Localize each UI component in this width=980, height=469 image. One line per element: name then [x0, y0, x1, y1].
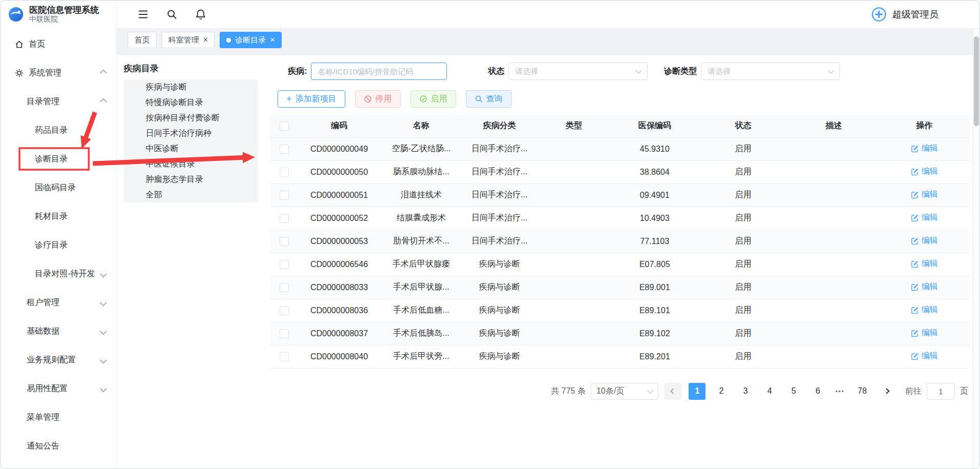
sidebar-item-label: 诊断目录 — [35, 154, 68, 165]
catalog-item-payment-by-disease[interactable]: 按病种目录付费诊断 — [124, 110, 258, 126]
cell-description — [788, 160, 879, 183]
disable-button[interactable]: 停用 — [355, 90, 401, 108]
page-button-2[interactable]: 2 — [713, 383, 730, 400]
prev-page-button[interactable] — [664, 383, 681, 400]
catalog-item-tumor-morphology[interactable]: 肿瘤形态学目录 — [124, 172, 258, 187]
user-menu[interactable]: 超级管理员 — [871, 6, 938, 23]
sidebar-item-basic-data[interactable]: 基础数据 — [1, 317, 116, 345]
page-button-6[interactable]: 6 — [809, 383, 826, 400]
tab-department-management[interactable]: 科室管理 × — [162, 32, 214, 48]
pagination-ellipsis[interactable]: ••• — [835, 388, 845, 394]
goto-page-input[interactable] — [927, 383, 955, 400]
edit-button[interactable]: 编辑 — [911, 281, 938, 292]
cell-code: CD0000008040 — [298, 345, 380, 368]
notification-bell-icon[interactable] — [194, 8, 207, 21]
edit-button[interactable]: 编辑 — [911, 235, 938, 246]
sidebar-item-label: 诊疗目录 — [35, 240, 68, 251]
chevron-right-icon — [884, 388, 889, 394]
row-checkbox[interactable] — [280, 237, 289, 246]
chevron-down-icon — [100, 271, 107, 277]
cell-status: 启用 — [698, 322, 788, 345]
row-checkbox[interactable] — [280, 283, 289, 292]
add-item-button[interactable]: + 添加新项目 — [278, 90, 345, 108]
sidebar-item-business-rules[interactable]: 业务规则配置 — [1, 345, 116, 374]
sidebar-item-tenant-management[interactable]: 租户管理 — [1, 288, 116, 317]
page-button-3[interactable]: 3 — [737, 383, 754, 400]
edit-icon — [911, 283, 919, 291]
close-icon[interactable]: × — [270, 36, 275, 44]
catalog-item-tcm-diagnosis[interactable]: 中医诊断 — [124, 141, 258, 156]
page-size-select[interactable]: 10条/页 — [591, 383, 658, 400]
cell-category: 疾病与诊断 — [462, 345, 537, 368]
chevron-down-icon — [635, 67, 642, 74]
cell-name: 空肠-乙状结肠... — [380, 137, 462, 160]
sidebar-item-treatment-catalog[interactable]: 诊疗目录 — [1, 231, 116, 259]
row-checkbox[interactable] — [280, 145, 289, 154]
sidebar-item-catalog-mapping[interactable]: 目录对照-待开发 — [1, 259, 116, 288]
edit-button[interactable]: 编辑 — [911, 166, 938, 177]
catalog-item-day-surgery[interactable]: 日间手术治疗病种 — [124, 126, 258, 141]
select-all-checkbox[interactable] — [280, 121, 289, 131]
chevron-left-icon — [670, 388, 676, 394]
scrollbar-thumb[interactable] — [974, 36, 979, 126]
row-checkbox[interactable] — [280, 168, 289, 177]
sidebar-item-drug-catalog[interactable]: 药品目录 — [1, 116, 116, 145]
cell-insurance-code: 09.4901 — [611, 183, 698, 207]
next-page-button[interactable] — [878, 383, 895, 400]
catalog-item-chronic-disease[interactable]: 特慢病诊断目录 — [124, 95, 258, 110]
row-checkbox[interactable] — [280, 191, 289, 200]
cell-description — [788, 230, 879, 253]
cell-name: 手术后甲状腺... — [380, 276, 462, 299]
page-button-78[interactable]: 78 — [854, 383, 871, 400]
cell-name: 手术后低胰岛... — [380, 322, 462, 345]
sidebar-item-catalog-management[interactable]: 目录管理 — [1, 87, 116, 116]
cell-name: 肋骨切开术不... — [380, 230, 462, 253]
cell-status: 启用 — [698, 183, 788, 207]
sidebar-item-usability-config[interactable]: 易用性配置 — [1, 374, 116, 403]
sidebar-item-national-code-catalog[interactable]: 国临码目录 — [1, 173, 116, 202]
sidebar-item-home[interactable]: 首页 — [1, 30, 116, 58]
catalog-item-tcm-syndrome[interactable]: 中医证候目录 — [124, 156, 258, 172]
search-icon[interactable] — [166, 8, 178, 21]
collapse-menu-icon[interactable] — [137, 8, 149, 21]
page-button-1[interactable]: 1 — [689, 383, 705, 400]
edit-button[interactable]: 编辑 — [911, 143, 938, 154]
cell-insurance-code: E89.001 — [611, 276, 698, 299]
sidebar-item-system-management[interactable]: 系统管理 — [1, 58, 116, 87]
disease-search-input[interactable] — [311, 63, 447, 80]
row-checkbox[interactable] — [280, 260, 289, 269]
edit-button[interactable]: 编辑 — [911, 258, 938, 269]
row-checkbox[interactable] — [280, 306, 289, 315]
tab-home[interactable]: 首页 — [128, 32, 156, 48]
sidebar-item-consumables-catalog[interactable]: 耗材目录 — [1, 202, 116, 231]
table-row: CD0000008040 手术后甲状旁... 疾病与诊断 E89.201 启用 … — [270, 345, 969, 368]
query-button[interactable]: 查询 — [466, 90, 512, 108]
page-button-5[interactable]: 5 — [785, 383, 802, 400]
cell-description — [788, 183, 879, 207]
edit-button[interactable]: 编辑 — [911, 212, 938, 223]
cell-type — [537, 160, 611, 183]
enable-button[interactable]: 启用 — [410, 90, 456, 108]
pagination: 共 775 条 10条/页 1 2 3 4 5 6 ••• 78 前往 — [270, 383, 968, 400]
edit-button[interactable]: 编辑 — [911, 189, 938, 200]
sidebar-item-label: 业务规则配置 — [27, 355, 76, 365]
table-row: CD0000008036 手术后低血糖... 疾病与诊断 E89.101 启用 … — [270, 299, 969, 322]
diagnosis-type-select[interactable]: 请选择 — [701, 63, 840, 80]
catalog-item-disease-diagnosis[interactable]: 疾病与诊断 — [124, 79, 258, 95]
edit-button[interactable]: 编辑 — [911, 304, 938, 315]
row-checkbox[interactable] — [280, 352, 289, 361]
row-checkbox[interactable] — [280, 329, 289, 338]
edit-button[interactable]: 编辑 — [911, 351, 938, 361]
sidebar-item-notice[interactable]: 通知公告 — [1, 432, 116, 460]
row-checkbox[interactable] — [280, 214, 289, 223]
tab-diagnosis-catalog[interactable]: 诊断目录 × — [220, 32, 281, 48]
page-button-4[interactable]: 4 — [761, 383, 778, 400]
close-icon[interactable]: × — [203, 36, 208, 44]
vertical-scrollbar[interactable] — [973, 29, 979, 468]
edit-button[interactable]: 编辑 — [911, 328, 938, 338]
sidebar-item-diagnosis-catalog[interactable]: 诊断目录 — [1, 145, 116, 173]
sidebar-item-menu-management[interactable]: 菜单管理 — [1, 403, 116, 432]
catalog-item-all[interactable]: 全部 — [124, 187, 258, 202]
status-select[interactable]: 请选择 — [508, 63, 648, 80]
chevron-down-icon — [100, 385, 107, 392]
